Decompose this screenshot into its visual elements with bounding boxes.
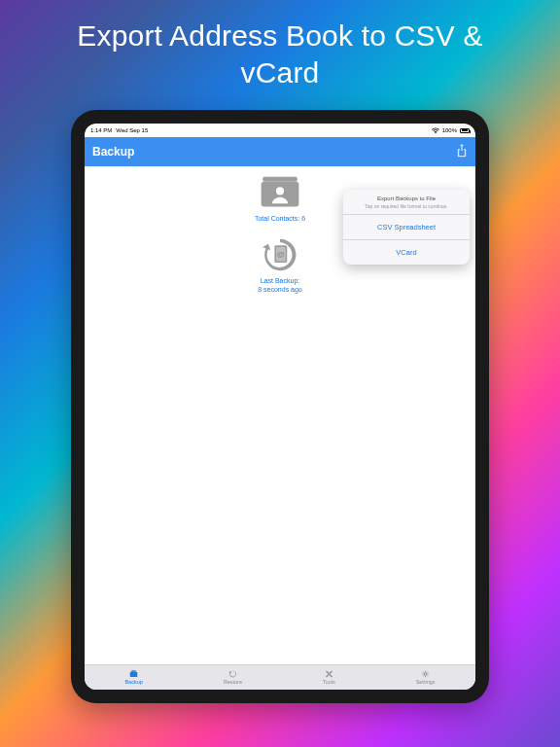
last-backup-card[interactable]: @ Last Backup: 8 seconds ago [258,236,302,294]
export-popover: Export Backups to File Tap on required f… [343,190,470,265]
tab-backup-label: Backup [124,679,142,685]
tab-tools[interactable]: Tools [323,670,335,685]
battery-icon [460,128,470,133]
svg-rect-7 [131,670,136,672]
tab-settings-label: Settings [416,679,436,685]
screen-header: Backup [85,137,475,166]
settings-tab-icon [421,670,431,678]
popover-header: Export Backups to File Tap on required f… [343,190,470,215]
tab-bar: Backup Restore Tools [85,664,475,690]
promo-title: Export Address Book to CSV & vCard [77,18,482,90]
svg-rect-6 [130,672,138,677]
tools-tab-icon [324,670,333,678]
svg-point-8 [424,673,427,676]
popover-title: Export Backups to File [349,196,464,201]
tab-settings[interactable]: Settings [416,670,436,685]
restore-tab-icon [228,670,237,678]
contacts-card[interactable]: Total Contacts: 6 [255,174,305,223]
wifi-icon [432,127,439,134]
contacts-icon [258,174,302,211]
backup-history-icon: @ [258,236,302,273]
tab-restore[interactable]: Restore [224,670,242,685]
last-backup-line1: Last Backup: [261,277,299,284]
header-title: Backup [92,145,134,159]
ipad-screen: 1:14 PM Wed Sep 15 100% Backup [85,124,475,690]
promo-background: Export Address Book to CSV & vCard 1:14 … [0,0,560,747]
status-date: Wed Sep 15 [116,127,148,133]
backup-tab-icon [129,670,139,678]
popover-subtitle: Tap on required file format to continue. [349,203,464,209]
tab-restore-label: Restore [224,679,242,685]
status-left: 1:14 PM Wed Sep 15 [90,127,148,133]
status-bar: 1:14 PM Wed Sep 15 100% [85,124,475,137]
promo-title-line2: vCard [240,56,319,89]
ipad-frame: 1:14 PM Wed Sep 15 100% Backup [71,110,489,703]
popover-option-csv[interactable]: CSV Spreadsheet [343,215,470,240]
svg-point-2 [276,187,284,195]
status-time: 1:14 PM [90,127,112,133]
promo-title-line1: Export Address Book to CSV & [77,19,482,52]
body-area: Total Contacts: 6 @ Last Backup: 8 seco [85,166,475,664]
status-right: 100% [432,127,470,134]
last-backup-line2: 8 seconds ago [258,286,302,293]
svg-rect-0 [262,177,298,182]
tab-tools-label: Tools [323,679,335,685]
battery-percent: 100% [442,127,457,133]
contacts-label: Total Contacts: 6 [255,214,305,223]
last-backup-label: Last Backup: 8 seconds ago [258,276,302,294]
share-button[interactable] [456,144,468,160]
svg-text:@: @ [277,251,285,260]
popover-option-vcard[interactable]: VCard [343,240,470,265]
tab-backup[interactable]: Backup [124,670,142,685]
